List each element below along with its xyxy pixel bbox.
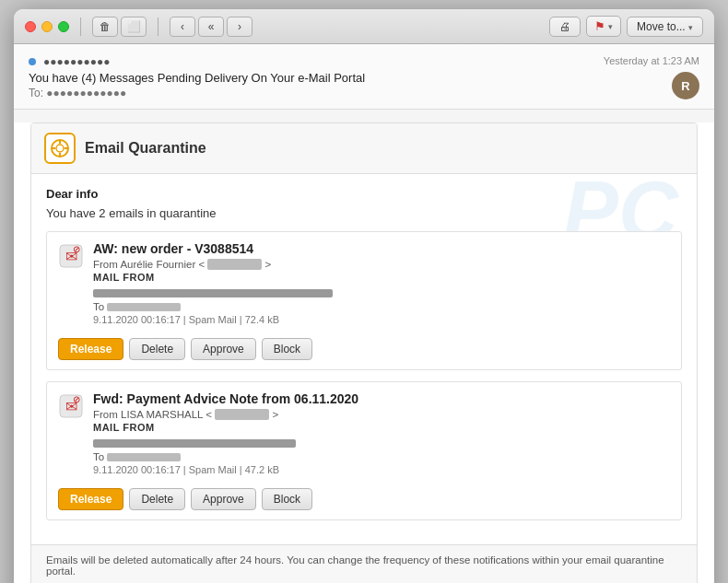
sender-name-text: ●●●●●●●●●● [43, 55, 110, 68]
forward-button[interactable]: › [227, 17, 252, 37]
email-item-1-from: From Aurélie Fournier < > [93, 259, 333, 270]
from-close-2: > [272, 409, 278, 420]
move-to-label: Move to... [637, 20, 686, 33]
close-button[interactable] [25, 21, 36, 32]
mail-from-blurred-bar-1 [93, 289, 333, 297]
back-icon: ‹ [181, 20, 184, 33]
email-item-2-details: Fwd: Payment Advice Note from 06.11.2020… [93, 391, 358, 483]
print-icon: 🖨 [559, 20, 570, 33]
flag-chevron-icon: ▾ [608, 22, 613, 31]
back-back-button[interactable]: « [198, 17, 224, 37]
spam-icon-1: ✉ ⊘ [58, 243, 84, 269]
back-button[interactable]: ‹ [170, 17, 195, 37]
release-button-2[interactable]: Release [58, 488, 123, 510]
block-button-2[interactable]: Block [262, 488, 312, 510]
email-item-1-to: To [93, 301, 333, 312]
unread-dot [29, 58, 36, 65]
footer-text: Emails will be deleted automatically aft… [46, 554, 664, 577]
mail-from-label-2: MAIL FROM [93, 422, 358, 433]
maximize-button[interactable] [58, 21, 69, 32]
delete-button-1[interactable]: Delete [129, 338, 185, 360]
move-chevron-icon: ▾ [688, 23, 693, 32]
email-item-1-subject: AW: new order - V3088514 [93, 241, 333, 256]
to-label-2: To [93, 451, 107, 462]
to-label-1: To [93, 301, 107, 312]
svg-text:⊘: ⊘ [73, 394, 80, 404]
approve-button-2[interactable]: Approve [191, 488, 256, 510]
to-blurred-bar-2 [107, 453, 181, 461]
sender-info: ●●●●●●●●●● You have (4) Messages Pending… [29, 55, 604, 99]
from-label-1: From [93, 259, 120, 270]
from-close-1: > [265, 259, 272, 270]
to-blurred-bar-1 [107, 303, 181, 311]
from-label-2: From [93, 409, 121, 420]
toolbar-separator-2 [158, 17, 159, 36]
approve-button-1[interactable]: Approve [191, 338, 256, 360]
mail-from-blurred-bar-2 [93, 439, 296, 448]
from-name-2: LISA MARSHALL < [121, 409, 212, 420]
move-to-button[interactable]: Move to... ▾ [627, 17, 703, 37]
email-item-2-to: To [93, 451, 358, 462]
quarantine-footer: Emails will be deleted automatically aft… [31, 544, 697, 583]
dear-info: Dear info [46, 187, 682, 201]
release-button-1[interactable]: Release [58, 338, 123, 360]
quarantine-icon [44, 133, 76, 164]
email-item-2-meta: 9.11.2020 00:16:17 | Spam Mail | 47.2 kB [93, 464, 358, 475]
nav-arrow-buttons: ‹ « › [170, 17, 252, 37]
quarantine-card: PC Email Quarantine Dear info [30, 122, 698, 583]
email-window: 🗑 ⬜ ‹ « › 🖨 ⚑ ▾ [14, 9, 714, 583]
sender-name: ●●●●●●●●●● [29, 55, 604, 68]
quarantine-header: Email Quarantine [31, 123, 697, 174]
trash-icon: 🗑 [100, 20, 111, 33]
traffic-lights [25, 21, 69, 32]
nav-buttons: 🗑 ⬜ [92, 17, 147, 37]
from-address-blur-2 [215, 409, 269, 420]
email-item-2-actions: Release Delete Approve Block [58, 488, 670, 510]
email-item-1-actions: Release Delete Approve Block [58, 338, 670, 360]
forward-icon: › [238, 20, 241, 33]
email-item-2-header: ✉ ⊘ Fwd: Payment Advice Note from 06.11.… [58, 391, 670, 483]
email-subject: You have (4) Messages Pending Delivery O… [29, 71, 604, 85]
svg-text:⊘: ⊘ [73, 244, 80, 254]
email-meta-row: ●●●●●●●●●● You have (4) Messages Pending… [29, 55, 699, 99]
avatar: R [672, 72, 699, 99]
email-item-1-meta: 9.11.2020 00:16:17 | Spam Mail | 72.4 kB [93, 314, 333, 325]
archive-icon: ⬜ [127, 20, 141, 33]
email-item-2-from: From LISA MARSHALL < > [93, 409, 358, 420]
email-item-1-header: ✉ ⊘ AW: new order - V3088514 From Auréli… [58, 241, 670, 332]
titlebar: 🗑 ⬜ ‹ « › 🖨 ⚑ ▾ [14, 9, 714, 44]
delete-button-2[interactable]: Delete [129, 488, 185, 510]
from-address-blur-1 [207, 259, 262, 270]
timestamp-avatar-group: Yesterday at 1:23 AM R [604, 55, 699, 99]
email-to: To: ●●●●●●●●●●●● [29, 87, 604, 99]
quarantine-count: You have 2 emails in quarantine [46, 206, 682, 220]
email-item-2: ✉ ⊘ Fwd: Payment Advice Note from 06.11.… [46, 381, 682, 520]
mail-from-label-1: MAIL FROM [93, 272, 333, 283]
svg-point-1 [56, 145, 64, 152]
email-timestamp: Yesterday at 1:23 AM [604, 55, 699, 66]
minimize-button[interactable] [41, 21, 53, 32]
flag-button[interactable]: ⚑ ▾ [586, 16, 621, 37]
toolbar-separator-1 [80, 17, 81, 36]
email-item-2-subject: Fwd: Payment Advice Note from 06.11.2020 [93, 391, 358, 406]
quarantine-body: Dear info You have 2 emails in quarantin… [31, 174, 697, 544]
quarantine-title: Email Quarantine [85, 140, 206, 157]
mail-from-address-blur-2 [93, 435, 358, 451]
flag-icon: ⚑ [594, 19, 605, 33]
email-item-1-details: AW: new order - V3088514 From Aurélie Fo… [93, 241, 333, 332]
email-header: ●●●●●●●●●● You have (4) Messages Pending… [14, 44, 714, 110]
from-name-1: Aurélie Fournier < [120, 259, 205, 270]
email-item-1: ✉ ⊘ AW: new order - V3088514 From Auréli… [46, 231, 682, 370]
to-address: ●●●●●●●●●●●● [46, 87, 126, 99]
action-buttons: 🖨 ⚑ ▾ Move to... ▾ [549, 16, 703, 37]
email-body: PC Email Quarantine Dear info [14, 122, 714, 583]
avatar-letter: R [681, 79, 689, 93]
to-label: To: [29, 87, 43, 99]
spam-icon-2: ✉ ⊘ [58, 393, 84, 419]
trash-button[interactable]: 🗑 [92, 17, 118, 37]
archive-button[interactable]: ⬜ [121, 17, 147, 37]
block-button-1[interactable]: Block [262, 338, 312, 360]
back-back-icon: « [208, 20, 215, 33]
mail-from-address-blur-1 [93, 285, 333, 301]
print-button[interactable]: 🖨 [549, 17, 581, 37]
